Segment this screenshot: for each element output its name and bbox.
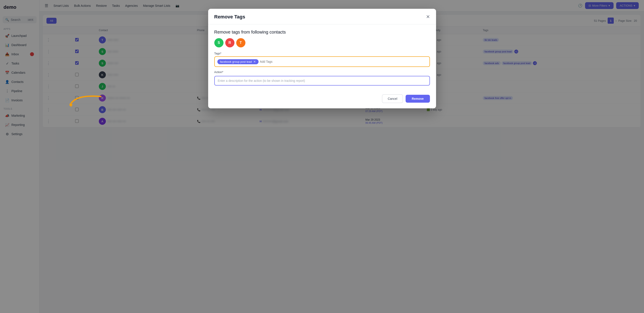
avatar-t: T xyxy=(236,38,246,47)
modal-title: Remove Tags xyxy=(214,14,245,20)
action-field-label: Action* xyxy=(214,70,430,74)
modal-close-button[interactable]: ✕ xyxy=(426,15,430,19)
avatar-s: S xyxy=(214,38,224,47)
cancel-button[interactable]: Cancel xyxy=(382,94,403,103)
tag-chip-facebook-group-post-lead: facebook group post lead ✕ xyxy=(217,59,258,64)
avatar-r: R xyxy=(225,38,234,47)
action-input[interactable] xyxy=(214,76,430,86)
modal-footer: Cancel Remove xyxy=(208,91,436,108)
tag-chip-remove-button[interactable]: ✕ xyxy=(253,60,256,63)
modal-header: Remove Tags ✕ xyxy=(208,9,436,24)
contact-avatars-row: S R T xyxy=(214,38,430,47)
tags-input-wrapper[interactable]: facebook group post lead ✕ xyxy=(214,56,430,67)
modal-overlay: Remove Tags ✕ Remove tags from following… xyxy=(0,0,644,313)
remove-button[interactable]: Remove xyxy=(406,95,430,103)
tags-field-label: Tags* xyxy=(214,52,430,55)
action-field-container: Action* xyxy=(214,70,430,86)
add-tags-input[interactable] xyxy=(260,60,427,63)
modal-body: Remove tags from following contacts S R … xyxy=(208,24,436,91)
remove-tags-modal: Remove Tags ✕ Remove tags from following… xyxy=(208,9,436,108)
arrow-annotation xyxy=(61,92,105,115)
svg-marker-0 xyxy=(69,104,73,107)
modal-subtitle: Remove tags from following contacts xyxy=(214,30,430,35)
